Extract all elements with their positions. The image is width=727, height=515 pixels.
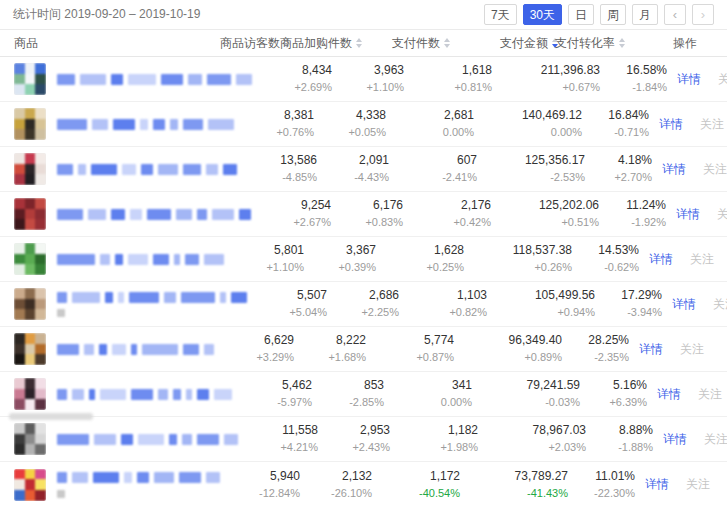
metric-cell-cart: 6,176+0.83% xyxy=(331,198,403,230)
metric-change: 0.00% xyxy=(474,125,582,140)
metric-value: 5,774 xyxy=(366,333,454,348)
title-segment xyxy=(115,254,123,265)
metric-cell-conversion: 11.24%-1.92% xyxy=(599,198,666,230)
follow-link[interactable]: 关注 xyxy=(704,431,727,448)
range-button-30天[interactable]: 30天 xyxy=(523,4,562,25)
prev-page-button[interactable]: ‹ xyxy=(664,4,686,25)
thumb-pixel xyxy=(14,129,25,140)
detail-link[interactable]: 详情 xyxy=(645,476,669,493)
metric-change: -3.94% xyxy=(595,305,662,320)
detail-link[interactable]: 详情 xyxy=(659,116,683,133)
next-page-button[interactable]: › xyxy=(692,4,714,25)
thumb-pixel xyxy=(35,153,46,164)
follow-link[interactable]: 关注 xyxy=(698,386,722,403)
thumb-pixel xyxy=(14,254,25,265)
detail-link[interactable]: 详情 xyxy=(649,251,673,268)
thumb-pixel xyxy=(35,299,46,310)
column-header-product: 商品 xyxy=(14,35,215,52)
follow-link[interactable]: 关注 xyxy=(703,161,727,178)
thumb-pixel xyxy=(14,333,25,344)
detail-link[interactable]: 详情 xyxy=(639,341,663,358)
metric-change: -1.84% xyxy=(600,80,667,95)
follow-link[interactable]: 关注 xyxy=(713,296,727,313)
title-segment xyxy=(186,389,192,400)
range-button-周[interactable]: 周 xyxy=(600,4,626,25)
range-controls: 7天30天日周月‹› xyxy=(484,4,714,25)
metric-change: +2.70% xyxy=(585,170,652,185)
metric-value: 5,462 xyxy=(237,378,312,393)
thumb-pixel xyxy=(25,108,36,119)
follow-link[interactable]: 关注 xyxy=(686,476,710,493)
thumb-pixel xyxy=(14,354,25,365)
metric-cell-conversion: 28.25%-2.35% xyxy=(562,333,629,365)
thumb-pixel xyxy=(35,164,46,175)
range-button-月[interactable]: 月 xyxy=(632,4,658,25)
title-segment xyxy=(57,389,67,400)
column-header-conversion[interactable]: 支付转化率 xyxy=(558,35,625,52)
thumb-pixel xyxy=(25,423,36,434)
follow-link[interactable]: 关注 xyxy=(718,71,727,88)
title-segment xyxy=(57,209,83,220)
title-segment xyxy=(131,389,153,400)
column-header-pay_amount[interactable]: 支付金额 xyxy=(450,35,558,52)
follow-link[interactable]: 关注 xyxy=(690,251,714,268)
column-header-cart[interactable]: 商品加购件数 xyxy=(290,35,362,52)
metric-value: 1,182 xyxy=(390,423,478,438)
thumb-pixel xyxy=(25,288,36,299)
metric-value: 2,953 xyxy=(318,423,390,438)
thumb-pixel xyxy=(25,469,36,480)
actions-cell: 详情关注 xyxy=(649,116,727,133)
thumb-pixel xyxy=(35,129,46,140)
title-segment xyxy=(91,164,117,175)
title-segment xyxy=(72,292,100,303)
metric-value: 6,176 xyxy=(331,198,403,213)
detail-link[interactable]: 详情 xyxy=(662,161,686,178)
thumb-pixel xyxy=(14,119,25,130)
detail-link[interactable]: 详情 xyxy=(663,431,687,448)
follow-link[interactable]: 关注 xyxy=(717,206,727,223)
range-button-7天[interactable]: 7天 xyxy=(484,4,517,25)
thumb-pixel xyxy=(25,74,36,85)
metric-change: +0.51% xyxy=(491,215,599,230)
thumb-pixel xyxy=(14,344,25,355)
thumb-pixel xyxy=(14,423,25,434)
column-header-pay_count[interactable]: 支付件数 xyxy=(362,35,450,52)
metric-change: +3.29% xyxy=(219,350,294,365)
metric-change: +0.89% xyxy=(454,350,562,365)
metric-change: -0.71% xyxy=(582,125,649,140)
thumb-pixel xyxy=(25,84,36,95)
title-segment xyxy=(57,434,89,445)
title-segment xyxy=(212,209,234,220)
thumb-pixel xyxy=(14,209,25,220)
metric-cell-pay_count: 5,774+0.87% xyxy=(366,333,454,365)
title-segment xyxy=(170,119,178,130)
title-segment xyxy=(118,292,124,303)
metric-change: 0.00% xyxy=(384,395,472,410)
follow-link[interactable]: 关注 xyxy=(700,116,724,133)
detail-link[interactable]: 详情 xyxy=(677,71,701,88)
table-row: 8,434+2.69%3,963+1.10%1,618+0.81%211,396… xyxy=(0,57,727,102)
title-segment xyxy=(88,209,106,220)
metric-cell-pay_amount: 140,469.120.00% xyxy=(474,108,582,140)
metric-change: -40.54% xyxy=(372,486,460,501)
metric-value: 11.01% xyxy=(568,469,635,484)
detail-link[interactable]: 详情 xyxy=(657,386,681,403)
thumb-pixel xyxy=(35,354,46,365)
metric-change: +0.83% xyxy=(331,215,403,230)
title-segment xyxy=(111,209,125,220)
metric-cell-pay_amount: 125,356.17-2.53% xyxy=(477,153,585,185)
metric-value: 8,434 xyxy=(257,63,332,78)
column-header-visitors[interactable]: 商品访客数 xyxy=(215,35,290,52)
metric-cell-conversion: 11.01%-22.30% xyxy=(568,469,635,501)
product-cell xyxy=(14,102,239,146)
column-header-actions: 操作 xyxy=(625,35,713,52)
thumb-pixel xyxy=(14,153,25,164)
range-button-日[interactable]: 日 xyxy=(568,4,594,25)
product-title-box xyxy=(57,73,257,85)
metric-value: 2,681 xyxy=(386,108,474,123)
detail-link[interactable]: 详情 xyxy=(672,296,696,313)
metric-change: -22.30% xyxy=(568,486,635,501)
follow-link[interactable]: 关注 xyxy=(680,341,704,358)
detail-link[interactable]: 详情 xyxy=(676,206,700,223)
thumb-pixel xyxy=(25,490,36,501)
